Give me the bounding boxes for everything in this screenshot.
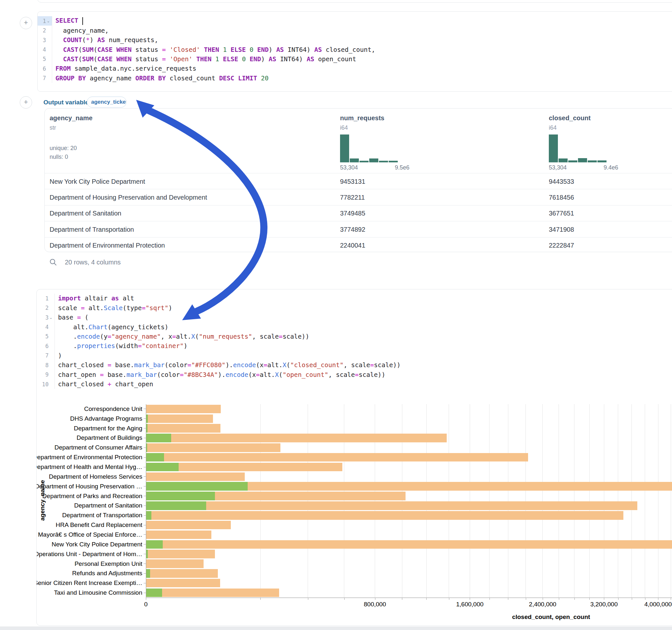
histogram-num-requests [340,135,399,162]
code-text: GROUP BY agency_name ORDER BY closed_cou… [52,75,269,82]
chart-bar-open [146,434,171,442]
table-cell: Department of Transportation [50,225,134,233]
code-line[interactable]: 7) [37,351,672,360]
column-stat-nulls: nulls: 0 [50,153,92,161]
y-axis-label: Correspondence Unit [37,405,142,413]
fold-chevron-icon[interactable]: ⌄ [49,315,53,320]
code-line[interactable]: 3 COUNT(*) AS num_requests, [38,35,672,45]
sql-code-editor[interactable]: 1⌄SELECT 2 agency_name,3 COUNT(*) AS num… [38,16,672,83]
chart-bar-closed [146,424,220,433]
row-count-text: 20 rows, 4 columns [65,259,121,266]
python-code-editor[interactable]: 1import altair as alt2scale = alt.Scale(… [37,294,672,389]
y-axis-tick [144,563,146,564]
gridline [631,404,632,598]
x-axis-tick [618,598,619,600]
code-line[interactable]: 2 agency_name, [38,26,672,35]
x-axis-tick [543,598,543,600]
code-text: SELECT [52,17,83,25]
x-axis-title: closed_count, open_count [512,613,590,621]
chart-bar-open [146,492,215,500]
chart-plot-area [146,404,672,598]
code-line[interactable]: 9chart_open = base.mark_bar(color="#8BC3… [37,370,672,380]
y-axis-tick [144,534,146,535]
table-cell: New York City Police Department [50,177,145,185]
code-line[interactable]: 7GROUP BY agency_name ORDER BY closed_co… [38,74,672,83]
code-text: scale = alt.Scale(type="sqrt") [55,304,172,312]
histogram-bar [340,135,349,162]
y-axis-tick [144,418,146,419]
histogram-bar [350,159,359,162]
code-text: chart_closed = base.mark_bar(color="#FFC… [55,361,401,369]
chart-bar-closed [146,521,231,530]
table-cell: 3471908 [549,225,574,233]
add-cell-button[interactable]: + [20,96,32,108]
code-line[interactable]: 6 .properties(width="container") [37,341,672,350]
code-line[interactable]: 5 .encode(y="agency_name", x=alt.X("num_… [37,332,672,341]
line-number-gutter: 5 [38,54,52,64]
gridline [508,404,508,598]
gridline [402,404,402,598]
code-line[interactable]: 10chart_closed + chart_open [37,380,672,389]
column-stat-unique: unique: 20 [50,145,92,152]
gridline [260,404,261,598]
table-row: New York City Police Department945313194… [45,173,672,189]
sql-cell[interactable]: 1⌄SELECT 2 agency_name,3 COUNT(*) AS num… [37,11,672,92]
table-row: Department of Transportation377489234719… [45,221,672,237]
code-text: base = ( [55,314,89,321]
x-axis-tick [426,598,427,600]
column-header-closed-count[interactable]: closed_count i64 53,304 9.4e6 [549,108,591,131]
x-axis-tick-label: 800,000 [364,601,386,608]
line-number-gutter: 7 [37,351,55,360]
x-axis-tick [632,598,632,600]
chart-bar-open [146,550,148,558]
y-axis-tick [144,554,146,554]
column-header-num-requests[interactable]: num_requests i64 53,304 9.5e6 [340,108,384,131]
y-axis-label: Department of Parks and Recreation [37,492,142,500]
code-text: COUNT(*) AS num_requests, [52,36,158,44]
y-axis-label: Taxi and Limousine Commission [37,588,142,597]
notebook-page: + + 1⌄SELECT 2 agency_name,3 COUNT(*) AS… [0,0,672,630]
x-axis-tick [449,598,449,600]
chart-bar-closed [146,501,637,510]
code-line[interactable]: 4 alt.Chart(agency_tickets) [37,322,672,332]
code-line[interactable]: 6FROM sample_data.nyc.service_requests [38,64,672,73]
y-axis-label: Department of Housing Preservation … [37,482,142,491]
code-line[interactable]: 2scale = alt.Scale(type="sqrt") [37,303,672,312]
fold-chevron-icon[interactable]: ⌄ [46,19,51,23]
y-axis-label: DHS Advantage Programs [37,414,142,423]
column-header-agency-name[interactable]: agency_name str unique: 20 nulls: 0 [50,108,92,161]
gridline [589,404,590,598]
chart-bar-closed [146,453,528,462]
chart-bar-closed [146,443,281,452]
next-cell-gap [0,626,672,630]
code-line[interactable]: 1⌄SELECT [38,16,672,26]
code-line[interactable]: 3⌄base = ( [37,313,672,322]
python-cell[interactable]: 1import altair as alt2scale = alt.Scale(… [36,289,672,626]
code-line[interactable]: 4 CAST(SUM(CASE WHEN status = 'Closed' T… [38,45,672,54]
code-text: alt.Chart(agency_tickets) [55,323,168,331]
chart-bar-closed [146,531,211,539]
y-axis-label: Department of Buildings [37,434,142,442]
y-axis-label: HRA Benefit Card Replacement [37,521,142,530]
y-axis-tick [144,428,146,429]
chart-bar-closed [146,540,672,549]
line-number-gutter: 8 [37,360,55,370]
table-cell: 9453131 [340,177,365,185]
y-axis-label: Refunds and Adjustments [37,569,142,578]
gridline [308,404,308,598]
text-cursor [82,17,83,25]
code-line[interactable]: 8chart_closed = base.mark_bar(color="#FF… [37,360,672,370]
x-axis-tick [526,598,526,600]
search-icon[interactable] [49,258,57,266]
code-line[interactable]: 5 CAST(SUM(CASE WHEN status = 'Open' THE… [38,54,672,64]
add-cell-button[interactable]: + [20,17,32,29]
y-axis-label: Department of Environmental Protection [37,453,142,462]
output-variable-pill[interactable]: agency_tickets [87,97,126,107]
chart-bar-open [146,453,164,462]
line-number-gutter: 10 [37,380,55,389]
chart-bar-open [146,540,163,549]
y-axis-tick [144,506,146,506]
chart-bar-open [146,588,162,597]
code-line[interactable]: 1import altair as alt [37,294,672,303]
gridline [344,404,344,598]
